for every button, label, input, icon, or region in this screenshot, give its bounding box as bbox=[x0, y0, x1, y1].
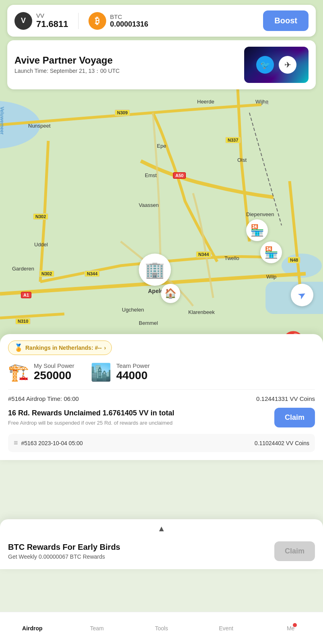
nav-label-airdrop: Airdrop bbox=[22, 625, 43, 632]
soul-power-item: 🏗️ My Soul Power 250000 bbox=[8, 362, 74, 382]
vv-label: VV bbox=[36, 12, 68, 19]
airdrop-row: #5164 Airdrop Time: 06:00 0.12441331 VV … bbox=[8, 389, 315, 402]
nav-label-tools: Tools bbox=[155, 625, 168, 632]
telegram-icon[interactable]: ✈ bbox=[279, 56, 296, 74]
soul-power-value: 250000 bbox=[34, 369, 74, 382]
btc-reward-text: BTC Rewards For Early Birds Get Weekly 0… bbox=[8, 543, 120, 560]
building-marker-main[interactable]: 🏢 bbox=[139, 254, 171, 286]
road-badge-n344-2: N344 bbox=[196, 251, 211, 258]
vv-value: 71.6811 bbox=[36, 19, 68, 29]
team-power-item: 🏙️ Team Power 44000 bbox=[91, 362, 150, 382]
nav-item-event[interactable]: Event bbox=[194, 625, 259, 632]
nav-label-team: Team bbox=[90, 625, 104, 632]
claim-button[interactable]: Claim bbox=[274, 408, 315, 427]
compass-arrow-icon: ➤ bbox=[296, 288, 308, 302]
compass-button[interactable]: ➤ bbox=[291, 284, 313, 306]
rankings-text: Rankings in Netherlands: #-- bbox=[25, 345, 102, 351]
soul-power-label: My Soul Power bbox=[34, 362, 74, 369]
history-datetime: 2023-10-04 05:00 bbox=[38, 440, 83, 446]
unclaimed-section: 16 Rd. Rewards Unclaimed 1.6761405 VV in… bbox=[8, 408, 315, 427]
road-badge-n302-1: N302 bbox=[33, 213, 48, 220]
team-power-icon: 🏙️ bbox=[91, 362, 111, 382]
nav-item-tools[interactable]: Tools bbox=[129, 625, 194, 632]
expand-handle[interactable]: ▲ bbox=[0, 519, 323, 538]
rankings-icon: 🏅 bbox=[14, 343, 23, 352]
btc-icon: ₿ bbox=[88, 12, 106, 30]
building-marker-nter[interactable]: 🏪 bbox=[260, 242, 282, 263]
btc-claim-button[interactable]: Claim bbox=[274, 541, 315, 561]
nav-label-event: Event bbox=[219, 625, 233, 632]
btc-label: BTC bbox=[110, 13, 148, 20]
banner-title: Avive Partner Voyage bbox=[14, 55, 119, 66]
team-power-label: Team Power bbox=[116, 362, 150, 369]
banner-text: Avive Partner Voyage Launch Time: Septem… bbox=[14, 55, 119, 75]
nav-item-me[interactable]: Me bbox=[258, 625, 323, 632]
road-badge-n48: N48 bbox=[288, 257, 300, 263]
btc-reward-title: BTC Rewards For Early Birds bbox=[8, 543, 120, 552]
divider bbox=[78, 13, 79, 29]
road-badge-a50: A50 bbox=[173, 172, 186, 179]
airdrop-coins: 0.12441331 VV Coins bbox=[256, 395, 315, 402]
road-badge-n302-2: N302 bbox=[39, 270, 54, 277]
btc-reward-sub: Get Weekly 0.00000067 BTC Rewards bbox=[8, 553, 120, 560]
road-badge-n310: N310 bbox=[15, 318, 31, 324]
expand-panel: ▲ BTC Rewards For Early Birds Get Weekly… bbox=[0, 519, 323, 569]
nav-item-airdrop[interactable]: Airdrop bbox=[0, 625, 65, 632]
history-id: #5163 bbox=[21, 440, 37, 446]
soul-power-info: My Soul Power 250000 bbox=[34, 362, 74, 382]
soul-power-icon: 🏗️ bbox=[8, 362, 29, 382]
team-power-value: 44000 bbox=[116, 369, 150, 382]
road-badge-n344-1: N344 bbox=[84, 270, 100, 277]
vv-currency: V VV 71.6811 bbox=[14, 12, 68, 30]
nav-item-team[interactable]: Team bbox=[65, 625, 130, 632]
unclaimed-main: 16 Rd. Rewards Unclaimed 1.6761405 VV in… bbox=[8, 409, 174, 418]
history-left: ≡ #5163 2023-10-04 05:00 bbox=[14, 439, 83, 447]
building-marker-diepenveen[interactable]: 🏪 bbox=[246, 219, 268, 241]
airdrop-time: Airdrop Time: 06:00 bbox=[26, 395, 79, 402]
airdrop-id: #5164 bbox=[8, 395, 25, 402]
unclaimed-sub: Free Airdrop will be suspended if over 2… bbox=[8, 419, 174, 427]
history-coins: 0.11024402 VV Coins bbox=[255, 440, 309, 446]
road-badge-n337: N337 bbox=[225, 137, 241, 143]
rankings-arrow: › bbox=[104, 345, 106, 351]
airdrop-info: #5164 Airdrop Time: 06:00 bbox=[8, 395, 79, 402]
team-power-info: Team Power 44000 bbox=[116, 362, 150, 382]
btc-currency: ₿ BTC 0.00001316 bbox=[88, 12, 148, 30]
power-row: 🏗️ My Soul Power 250000 🏙️ Team Power 44… bbox=[8, 362, 315, 382]
history-row: ≡ #5163 2023-10-04 05:00 0.11024402 VV C… bbox=[8, 434, 315, 452]
unclaimed-text: 16 Rd. Rewards Unclaimed 1.6761405 VV in… bbox=[8, 409, 174, 427]
btc-reward-row: BTC Rewards For Early Birds Get Weekly 0… bbox=[8, 541, 315, 561]
rankings-badge[interactable]: 🏅 Rankings in Netherlands: #-- › bbox=[8, 341, 112, 355]
banner-image: 🐦 ✈ bbox=[244, 47, 309, 83]
expand-chevron-icon: ▲ bbox=[158, 524, 166, 533]
btc-value: 0.00001316 bbox=[110, 20, 148, 29]
banner-subtitle: Launch Time: September 21, 13：00 UTC bbox=[14, 68, 119, 75]
nav-dot-container: Me bbox=[287, 625, 294, 632]
vv-icon: V bbox=[14, 12, 32, 30]
road-badge-a1: A1 bbox=[21, 292, 31, 298]
top-bar: V VV 71.6811 ₿ BTC 0.00001316 Boost bbox=[7, 5, 316, 37]
expand-content: BTC Rewards For Early Birds Get Weekly 0… bbox=[0, 538, 323, 569]
boost-button[interactable]: Boost bbox=[263, 10, 309, 31]
bottom-panel: 🏅 Rankings in Netherlands: #-- › 🏗️ My S… bbox=[0, 334, 323, 460]
building-marker-small[interactable]: 🏠 bbox=[161, 284, 180, 303]
banner: Avive Partner Voyage Launch Time: Septem… bbox=[7, 40, 316, 89]
twitter-icon[interactable]: 🐦 bbox=[256, 56, 274, 74]
history-icon: ≡ bbox=[14, 439, 18, 447]
bottom-nav: Airdrop Team Tools Event Me bbox=[0, 612, 323, 644]
road-badge-n309: N309 bbox=[115, 109, 130, 116]
nav-notification-dot bbox=[293, 623, 297, 627]
